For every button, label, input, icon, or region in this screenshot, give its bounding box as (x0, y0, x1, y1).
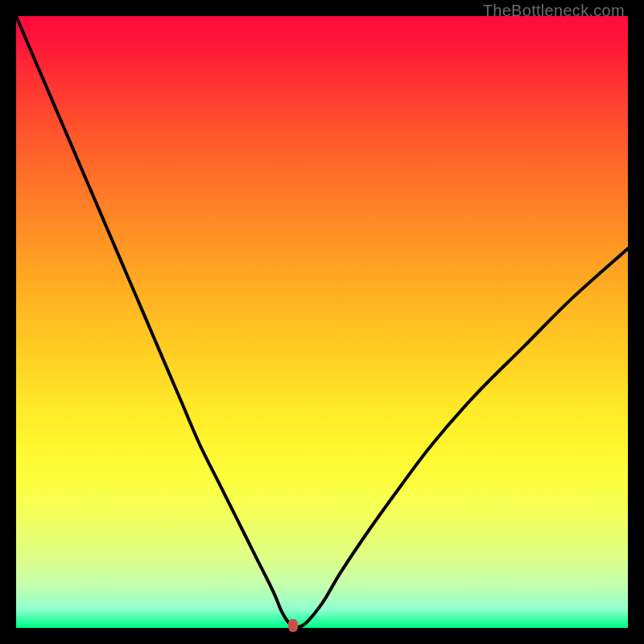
optimal-point-marker (288, 619, 298, 632)
plot-area (16, 16, 628, 628)
chart-frame: TheBottleneck.com (0, 0, 644, 644)
bottleneck-curve (16, 16, 628, 628)
curve-path (16, 16, 628, 627)
